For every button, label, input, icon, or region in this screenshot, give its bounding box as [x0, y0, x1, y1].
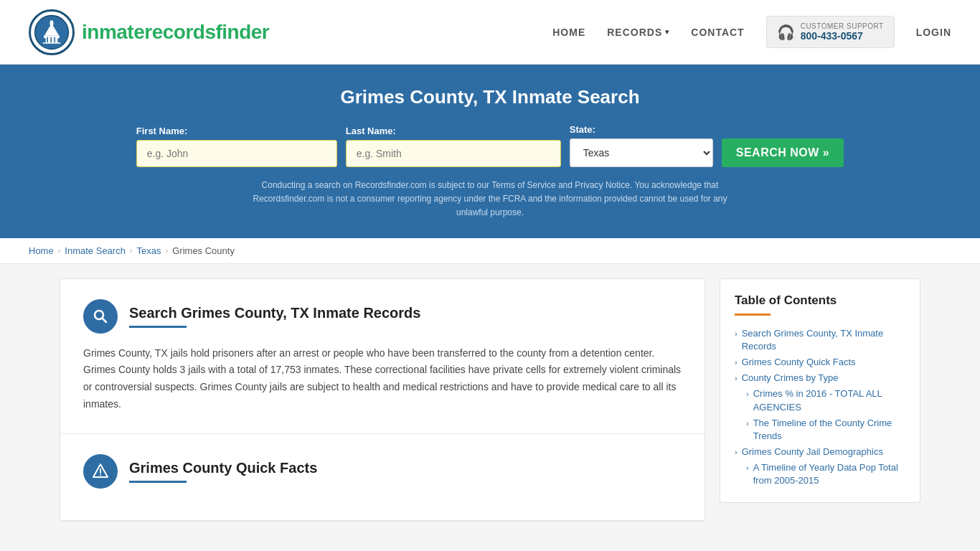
toc-list-item: ›Crimes % in 2016 - TOTAL ALL AGENCIES	[735, 387, 905, 413]
svg-rect-5	[47, 37, 48, 42]
support-number: 800-433-0567	[801, 30, 884, 42]
chevron-right-icon: ›	[746, 418, 749, 429]
content-area: Search Grimes County, TX Inmate Records …	[60, 278, 705, 522]
logo-icon	[29, 9, 75, 55]
section-2-header: Grimes County Quick Facts	[83, 454, 682, 489]
nav-records-link[interactable]: RECORDS	[607, 27, 662, 38]
first-name-input[interactable]	[136, 140, 337, 167]
breadcrumb-sep-1: ›	[58, 246, 61, 255]
breadcrumb-home[interactable]: Home	[29, 245, 54, 256]
toc-link[interactable]: The Timeline of the County Crime Trends	[753, 417, 905, 443]
toc-title: Table of Contents	[735, 293, 905, 308]
svg-rect-6	[50, 37, 52, 42]
state-group: State: Texas	[570, 124, 713, 167]
main-nav: HOME RECORDS ▾ CONTACT 🎧 CUSTOMER SUPPOR…	[552, 16, 951, 48]
main-content: Search Grimes County, TX Inmate Records …	[31, 278, 949, 522]
section-1-title: Search Grimes County, TX Inmate Records	[129, 305, 420, 321]
search-icon-circle	[83, 299, 118, 334]
svg-rect-7	[54, 37, 55, 42]
first-name-label: First Name:	[136, 126, 188, 136]
breadcrumb-current: Grimes County	[172, 245, 235, 256]
phone-icon: 🎧	[777, 24, 795, 41]
section-2-title: Grimes County Quick Facts	[129, 460, 317, 476]
first-name-group: First Name:	[136, 126, 337, 167]
svg-point-4	[50, 20, 54, 26]
toc-list-item: ›Search Grimes County, TX Inmate Records	[735, 327, 905, 353]
toc-link[interactable]: Crimes % in 2016 - TOTAL ALL AGENCIES	[753, 387, 905, 413]
nav-contact[interactable]: CONTACT	[691, 27, 744, 38]
section-1-underline	[129, 326, 187, 328]
section-1-header: Search Grimes County, TX Inmate Records	[83, 299, 682, 334]
last-name-input[interactable]	[346, 140, 561, 167]
content-section-1: Search Grimes County, TX Inmate Records …	[60, 279, 705, 434]
section-1-body: Grimes County, TX jails hold prisoners a…	[83, 345, 682, 413]
section-1-title-group: Search Grimes County, TX Inmate Records	[129, 305, 420, 328]
chevron-right-icon: ›	[735, 357, 738, 368]
toc-list-item: ›A Timeline of Yearly Data Pop Total fro…	[735, 461, 905, 487]
site-header: inmaterecordsfinder HOME RECORDS ▾ CONTA…	[0, 0, 980, 65]
search-icon	[92, 308, 109, 325]
last-name-group: Last Name:	[346, 126, 561, 167]
toc-underline	[735, 314, 771, 316]
toc-list-item: ›County Crimes by Type	[735, 372, 905, 385]
hero-section: Grimes County, TX Inmate Search First Na…	[0, 65, 980, 238]
chevron-right-icon: ›	[735, 373, 738, 384]
search-form: First Name: Last Name: State: Texas SEAR…	[29, 124, 951, 167]
breadcrumb-texas[interactable]: Texas	[137, 245, 161, 256]
toc-list-item: ›Grimes County Quick Facts	[735, 356, 905, 369]
section-2-underline	[129, 481, 187, 483]
breadcrumb-sep-2: ›	[130, 246, 133, 255]
toc-list-item: ›The Timeline of the County Crime Trends	[735, 417, 905, 443]
chevron-right-icon: ›	[735, 447, 738, 458]
svg-rect-8	[43, 42, 61, 44]
chevron-right-icon: ›	[746, 463, 749, 474]
section-2-title-group: Grimes County Quick Facts	[129, 460, 317, 483]
sidebar-toc: Table of Contents ›Search Grimes County,…	[720, 278, 920, 503]
toc-link[interactable]: A Timeline of Yearly Data Pop Total from…	[753, 461, 905, 487]
toc-link[interactable]: County Crimes by Type	[742, 372, 839, 385]
hero-disclaimer: Conducting a search on Recordsfinder.com…	[239, 179, 741, 220]
customer-support-button[interactable]: 🎧 CUSTOMER SUPPORT 800-433-0567	[766, 16, 895, 48]
chevron-right-icon: ›	[746, 389, 749, 400]
support-text: CUSTOMER SUPPORT 800-433-0567	[801, 22, 884, 42]
chevron-down-icon: ▾	[665, 27, 669, 37]
toc-link[interactable]: Grimes County Quick Facts	[742, 356, 856, 369]
svg-point-12	[100, 474, 101, 476]
login-button[interactable]: LOGIN	[916, 27, 951, 38]
last-name-label: Last Name:	[346, 126, 396, 136]
content-section-2: Grimes County Quick Facts	[60, 434, 705, 521]
warning-icon-circle	[83, 454, 118, 489]
support-label: CUSTOMER SUPPORT	[801, 22, 884, 30]
nav-records[interactable]: RECORDS ▾	[607, 27, 669, 38]
breadcrumb-inmate-search[interactable]: Inmate Search	[65, 245, 126, 256]
toc-list-item: ›Grimes County Jail Demographics	[735, 446, 905, 458]
toc-link[interactable]: Search Grimes County, TX Inmate Records	[742, 327, 905, 353]
search-button[interactable]: SEARCH NOW »	[722, 138, 844, 167]
toc-list: ›Search Grimes County, TX Inmate Records…	[735, 327, 905, 488]
logo-text: inmaterecordsfinder	[82, 21, 269, 44]
breadcrumb: Home › Inmate Search › Texas › Grimes Co…	[0, 238, 980, 264]
svg-line-10	[103, 318, 107, 322]
chevron-right-icon: ›	[735, 329, 738, 339]
nav-home[interactable]: HOME	[552, 27, 585, 38]
state-label: State:	[570, 124, 595, 135]
warning-icon	[92, 463, 109, 480]
breadcrumb-sep-3: ›	[166, 246, 169, 255]
logo-area: inmaterecordsfinder	[29, 9, 269, 55]
hero-title: Grimes County, TX Inmate Search	[29, 86, 951, 108]
state-select[interactable]: Texas	[570, 138, 713, 167]
toc-link[interactable]: Grimes County Jail Demographics	[742, 446, 883, 458]
